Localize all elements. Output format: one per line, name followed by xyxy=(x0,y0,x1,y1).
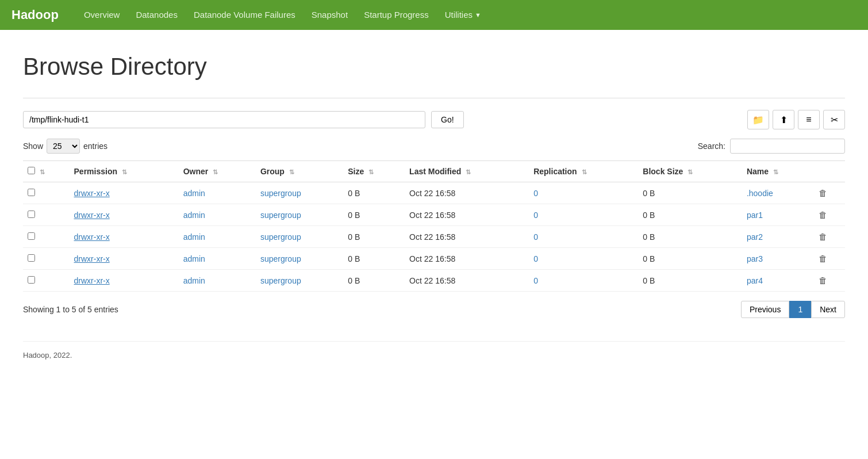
nav-utilities[interactable]: Utilities ▼ xyxy=(437,0,489,30)
icon-buttons: 📁 ⬆ ≡ ✂ xyxy=(747,110,845,129)
replication-link-2[interactable]: 0 xyxy=(533,232,538,242)
col-group[interactable]: Group ⇅ xyxy=(256,161,343,182)
row-group-2: supergroup xyxy=(256,226,343,248)
cut-icon-button[interactable]: ✂ xyxy=(823,110,845,129)
permission-link-1[interactable]: drwxr-xr-x xyxy=(74,211,110,220)
search-input[interactable] xyxy=(730,139,845,154)
permission-link-2[interactable]: drwxr-xr-x xyxy=(74,232,110,242)
row-checkbox-1 xyxy=(23,204,70,226)
folder-icon-button[interactable]: 📁 xyxy=(747,110,769,129)
owner-link-4[interactable]: admin xyxy=(183,276,205,285)
col-name[interactable]: Name ⇅ xyxy=(742,161,814,182)
row-permission-2: drwxr-xr-x xyxy=(70,226,179,248)
row-select-2[interactable] xyxy=(28,232,35,240)
name-link-1[interactable]: par1 xyxy=(747,211,763,220)
name-link-4[interactable]: par4 xyxy=(747,276,763,285)
row-last-modified-1: Oct 22 16:58 xyxy=(405,204,529,226)
delete-icon-0[interactable]: 🗑 xyxy=(819,188,827,198)
utilities-dropdown-arrow: ▼ xyxy=(475,0,481,30)
show-label: Show xyxy=(23,141,43,151)
replication-link-3[interactable]: 0 xyxy=(533,254,538,263)
col-replication[interactable]: Replication ⇅ xyxy=(529,161,638,182)
sort-icon-replication: ⇅ xyxy=(582,169,587,175)
permission-link-0[interactable]: drwxr-xr-x xyxy=(74,189,110,198)
sort-icon-permission: ⇅ xyxy=(122,169,127,175)
group-link-2[interactable]: supergroup xyxy=(260,232,301,242)
col-last-modified[interactable]: Last Modified ⇅ xyxy=(405,161,529,182)
owner-link-3[interactable]: admin xyxy=(183,254,205,263)
col-block-size[interactable]: Block Size ⇅ xyxy=(638,161,742,182)
row-size-2: 0 B xyxy=(343,226,405,248)
owner-link-2[interactable]: admin xyxy=(183,232,205,242)
table-row: drwxr-xr-x admin supergroup 0 B Oct 22 1… xyxy=(23,248,845,270)
list-icon-button[interactable]: ≡ xyxy=(798,110,820,129)
replication-link-1[interactable]: 0 xyxy=(533,211,538,220)
nav-snapshot[interactable]: Snapshot xyxy=(304,0,356,30)
row-permission-4: drwxr-xr-x xyxy=(70,270,179,292)
nav-startup-progress[interactable]: Startup Progress xyxy=(356,0,437,30)
delete-icon-4[interactable]: 🗑 xyxy=(819,276,827,285)
entries-label: entries xyxy=(83,141,107,151)
table-row: drwxr-xr-x admin supergroup 0 B Oct 22 1… xyxy=(23,182,845,204)
next-button[interactable]: Next xyxy=(811,301,845,318)
upload-icon-button[interactable]: ⬆ xyxy=(773,110,794,129)
row-select-4[interactable] xyxy=(28,276,35,284)
footer-text: Hadoop, 2022. xyxy=(23,351,72,359)
owner-link-0[interactable]: admin xyxy=(183,189,205,198)
row-select-3[interactable] xyxy=(28,254,35,262)
owner-link-1[interactable]: admin xyxy=(183,211,205,220)
previous-button[interactable]: Previous xyxy=(741,301,789,318)
row-permission-0: drwxr-xr-x xyxy=(70,182,179,204)
replication-link-4[interactable]: 0 xyxy=(533,276,538,285)
row-select-1[interactable] xyxy=(28,211,35,218)
nav-brand[interactable]: Hadoop xyxy=(11,7,59,22)
entries-select[interactable]: 10 25 50 100 xyxy=(47,139,80,154)
row-name-3: par3 xyxy=(742,248,814,270)
delete-icon-2[interactable]: 🗑 xyxy=(819,232,827,242)
row-replication-0: 0 xyxy=(529,182,638,204)
row-size-1: 0 B xyxy=(343,204,405,226)
nav-datanodes[interactable]: Datanodes xyxy=(128,0,186,30)
nav-overview[interactable]: Overview xyxy=(76,0,128,30)
go-button[interactable]: Go! xyxy=(431,111,464,128)
permission-link-3[interactable]: drwxr-xr-x xyxy=(74,254,110,263)
table-row: drwxr-xr-x admin supergroup 0 B Oct 22 1… xyxy=(23,270,845,292)
main-content: Browse Directory Go! 📁 ⬆ ≡ ✂ Show 10 25 … xyxy=(0,30,868,371)
group-link-1[interactable]: supergroup xyxy=(260,211,301,220)
sort-icon-last-modified: ⇅ xyxy=(466,169,471,175)
col-owner[interactable]: Owner ⇅ xyxy=(179,161,256,182)
showing-text: Showing 1 to 5 of 5 entries xyxy=(23,305,118,314)
row-group-1: supergroup xyxy=(256,204,343,226)
replication-link-0[interactable]: 0 xyxy=(533,189,538,198)
row-select-0[interactable] xyxy=(28,189,35,196)
row-last-modified-0: Oct 22 16:58 xyxy=(405,182,529,204)
row-owner-2: admin xyxy=(179,226,256,248)
delete-icon-3[interactable]: 🗑 xyxy=(819,254,827,263)
row-name-2: par2 xyxy=(742,226,814,248)
sort-icon-check: ⇅ xyxy=(40,169,45,175)
nav-datanode-volume-failures[interactable]: Datanode Volume Failures xyxy=(186,0,304,30)
table-header: ⇅ Permission ⇅ Owner ⇅ Group ⇅ Size ⇅ xyxy=(23,161,845,182)
name-link-0[interactable]: .hoodie xyxy=(747,189,773,198)
row-block-size-1: 0 B xyxy=(638,204,742,226)
path-input[interactable] xyxy=(23,111,425,128)
row-permission-1: drwxr-xr-x xyxy=(70,204,179,226)
col-permission[interactable]: Permission ⇅ xyxy=(70,161,179,182)
row-replication-1: 0 xyxy=(529,204,638,226)
group-link-3[interactable]: supergroup xyxy=(260,254,301,263)
name-link-2[interactable]: par2 xyxy=(747,232,763,242)
name-link-3[interactable]: par3 xyxy=(747,254,763,263)
delete-icon-1[interactable]: 🗑 xyxy=(819,210,827,220)
select-all-checkbox[interactable] xyxy=(28,167,35,174)
row-name-0: .hoodie xyxy=(742,182,814,204)
col-size[interactable]: Size ⇅ xyxy=(343,161,405,182)
page-1-button[interactable]: 1 xyxy=(789,301,811,318)
group-link-4[interactable]: supergroup xyxy=(260,276,301,285)
sort-icon-size: ⇅ xyxy=(368,169,374,175)
group-link-0[interactable]: supergroup xyxy=(260,189,301,198)
permission-link-4[interactable]: drwxr-xr-x xyxy=(74,276,110,285)
row-checkbox-0 xyxy=(23,182,70,204)
row-last-modified-4: Oct 22 16:58 xyxy=(405,270,529,292)
row-permission-3: drwxr-xr-x xyxy=(70,248,179,270)
navbar: Hadoop Overview Datanodes Datanode Volum… xyxy=(0,0,868,30)
